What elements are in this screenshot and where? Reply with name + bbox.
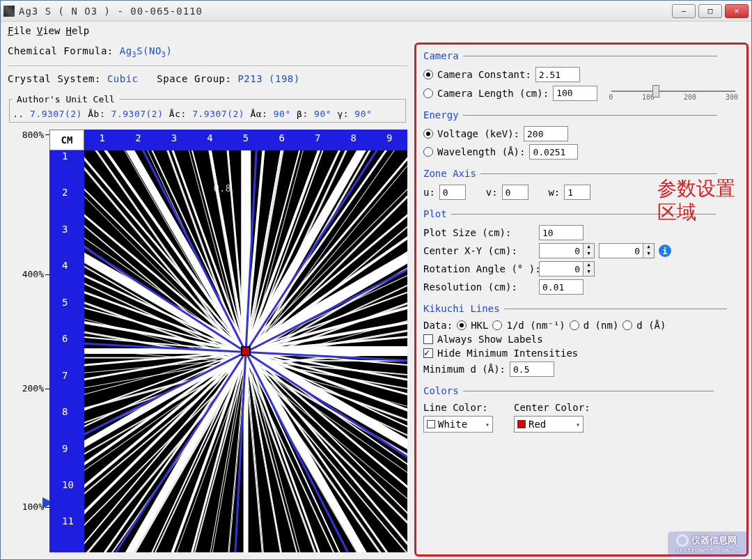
plot-area: 800% 400% 200% 100% CM 123 456 789 123	[8, 130, 407, 552]
line-color-combo[interactable]: White ▾	[423, 416, 493, 433]
app-icon	[3, 6, 15, 17]
content: Chemical Formula: Ag3S(NO3) Crystal Syst…	[1, 40, 751, 559]
camera-constant-input[interactable]	[535, 67, 580, 82]
crystal-system-value: Cubic	[107, 73, 139, 84]
center-y-input[interactable]	[599, 243, 643, 258]
voltage-input[interactable]	[524, 126, 568, 141]
chemical-formula: Chemical Formula: Ag3S(NO3)	[8, 45, 407, 59]
space-group-value: P213 (198)	[237, 73, 299, 84]
menu-view[interactable]: View	[37, 25, 61, 36]
data-hkl-radio[interactable]	[457, 320, 467, 330]
camera-length-slider[interactable]: 0100 200300	[602, 85, 739, 101]
crystal-system-line: Crystal System: Cubic Space Group: P213 …	[8, 73, 407, 84]
chevron-down-icon: ▾	[576, 421, 580, 428]
zone-w-input[interactable]	[564, 185, 590, 200]
pattern-center-marker	[241, 346, 251, 356]
unit-cell-group: Author's Unit Cell .. 7.9307(2) Åb: 7.93…	[9, 94, 406, 123]
zone-v-input[interactable]	[502, 185, 528, 200]
voltage-radio[interactable]	[423, 129, 433, 139]
camera-group: Camera Camera Constant: Camera Length (c…	[423, 50, 739, 107]
parameter-panel: 参数设置 区域 Camera Camera Constant: Camera L…	[414, 42, 749, 557]
always-show-check[interactable]	[423, 334, 433, 344]
data-da-radio[interactable]	[622, 320, 632, 330]
camera-length-input[interactable]	[553, 86, 597, 101]
kikuchi-canvas[interactable]: CM 123 456 789 123 456 789 1011 0.8	[49, 130, 407, 552]
kikuchi-pattern: 0.8	[84, 150, 407, 552]
cy-up[interactable]: ▲	[643, 244, 654, 251]
formula-value: Ag3S(NO3)	[120, 45, 173, 56]
colors-group: Colors Line Color: White ▾ Center Color:	[423, 385, 739, 438]
min-d-input[interactable]	[510, 361, 554, 377]
energy-group: Energy Voltage (keV): Wavelength (Å):	[423, 109, 739, 165]
rot-up[interactable]: ▲	[583, 262, 594, 269]
camera-length-radio[interactable]	[423, 88, 433, 98]
plot-size-input[interactable]	[539, 225, 583, 240]
cx-dn[interactable]: ▼	[583, 251, 594, 258]
data-invd-radio[interactable]	[492, 320, 502, 330]
titlebar: Ag3 S ( N O3 ) - 00-065-0110 — □ ✕	[1, 1, 751, 22]
left-panel: Chemical Formula: Ag3S(NO3) Crystal Syst…	[3, 42, 412, 557]
menu-file[interactable]: File	[8, 25, 31, 36]
cx-up[interactable]: ▲	[583, 244, 594, 251]
rotation-input[interactable]	[539, 261, 583, 277]
annotation-overlay: 参数设置 区域	[657, 177, 735, 224]
wavelength-radio[interactable]	[423, 147, 433, 157]
info-icon[interactable]: i	[659, 244, 671, 257]
window-title: Ag3 S ( N O3 ) - 00-065-0110	[19, 6, 668, 17]
cm-corner-label: CM	[49, 130, 84, 150]
watermark: 仪器信息网 instrument.com.cn	[668, 531, 749, 557]
resolution-input[interactable]	[539, 279, 583, 295]
app-window: Ag3 S ( N O3 ) - 00-065-0110 — □ ✕ File …	[0, 0, 752, 560]
camera-constant-radio[interactable]	[423, 70, 433, 79]
cy-dn[interactable]: ▼	[643, 251, 654, 258]
kikuchi-group: Kikuchi Lines Data: HKL 1/d (nm⁻¹) d (nm…	[423, 303, 739, 382]
menu-help[interactable]: Help	[65, 25, 89, 36]
x-ruler: 123 456 789	[84, 130, 407, 150]
y-ruler: 123 456 789 1011	[49, 150, 84, 552]
close-button[interactable]: ✕	[725, 4, 749, 18]
menubar: File View Help	[1, 22, 751, 40]
center-color-combo[interactable]: Red ▾	[514, 416, 583, 433]
wavelength-input[interactable]	[529, 144, 578, 160]
unit-cell-legend: Author's Unit Cell	[13, 94, 119, 104]
maximize-button[interactable]: □	[698, 4, 722, 18]
y-intensity-axis: 800% 400% 200% 100%	[8, 130, 49, 552]
zone-u-input[interactable]	[439, 185, 466, 200]
center-x-input[interactable]	[539, 243, 583, 258]
data-dnm-radio[interactable]	[570, 320, 579, 330]
chevron-down-icon: ▾	[485, 421, 489, 428]
minimize-button[interactable]: —	[672, 4, 696, 18]
rot-dn[interactable]: ▼	[583, 269, 594, 276]
hide-min-check[interactable]	[423, 348, 433, 358]
